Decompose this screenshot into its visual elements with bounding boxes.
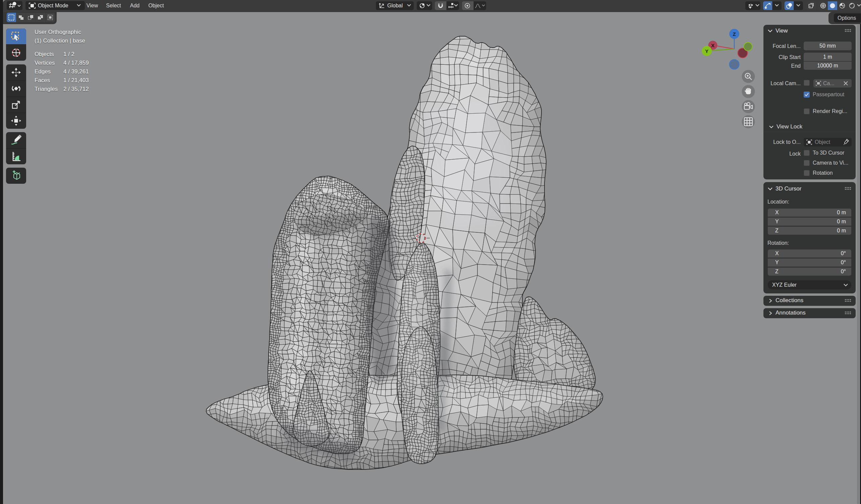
svg-text:Z: Z [733, 31, 736, 37]
svg-text:Y: Y [705, 48, 709, 54]
svg-text:X: X [711, 43, 714, 48]
